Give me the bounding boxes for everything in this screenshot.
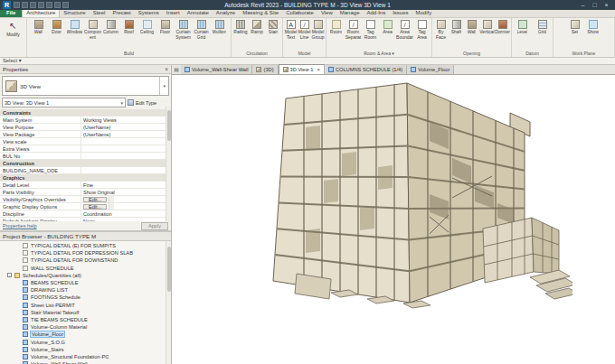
property-row[interactable]: View scale [0, 138, 171, 145]
type-selector[interactable]: 3D View ▾ [2, 76, 169, 96]
ribbon-tab[interactable]: Add-Ins [363, 9, 389, 17]
ribbon-tool[interactable]: Tag Area [413, 19, 430, 40]
tree-expand-icon[interactable]: - [7, 273, 12, 277]
browser-item[interactable]: Stair Material Takeoff [0, 309, 171, 316]
browser-item[interactable]: - Schedules/Quantities (all) [0, 272, 171, 279]
view-tab[interactable]: Volume_Floor × [407, 65, 454, 74]
browser-item[interactable]: Sheet List-PERMIT [0, 302, 171, 309]
ribbon-tool[interactable]: Door [48, 19, 66, 35]
revit-logo-icon[interactable]: R [3, 1, 11, 9]
property-value[interactable] [81, 153, 166, 159]
browser-item[interactable]: WALL SCHEDULE [0, 265, 171, 272]
property-row[interactable]: Visibility/Graphics Overrides Edit... [0, 196, 171, 203]
ribbon-tool[interactable]: By Face [433, 19, 449, 40]
property-value[interactable]: Fine [81, 182, 166, 188]
browser-item[interactable]: TYPICAL DETAIL (E) FOR SUMPITS [0, 242, 171, 249]
property-value[interactable]: Edit... [83, 197, 107, 202]
ribbon-tab[interactable]: Steel [90, 9, 109, 17]
panel-label[interactable] [0, 50, 26, 57]
ribbon-tab[interactable]: Massing & Site [239, 9, 282, 17]
property-value[interactable] [81, 145, 166, 152]
property-row[interactable]: Parts Visibility Show Original [0, 189, 171, 196]
property-row[interactable]: Constraints [0, 109, 171, 117]
ribbon-tool[interactable]: Wall [30, 19, 48, 35]
ribbon-tab[interactable]: View [317, 9, 336, 17]
property-row[interactable]: BUILDING_NAME_ODE [0, 167, 171, 174]
ribbon-tab[interactable]: Insert [163, 9, 184, 17]
property-value[interactable]: Working Views [81, 117, 166, 123]
qat-icon[interactable] [54, 2, 61, 8]
close-icon[interactable]: × [165, 66, 168, 72]
ribbon-tab[interactable]: Manage [336, 9, 364, 17]
ribbon-tab[interactable]: Analyze [213, 9, 239, 17]
panel-label[interactable]: Circulation [232, 50, 282, 57]
qat-icon[interactable] [14, 2, 20, 8]
property-row[interactable]: Detail Level Fine [0, 182, 171, 189]
ribbon-tab[interactable]: Modify [412, 9, 436, 17]
ribbon-tool[interactable]: Floor [156, 19, 175, 35]
close-tab-icon[interactable]: × [315, 67, 320, 72]
ribbon-tool[interactable]: Set [566, 19, 584, 35]
ribbon-tool[interactable]: Column [102, 19, 120, 35]
ribbon-tab[interactable]: Collaborate [282, 9, 317, 17]
ribbon-tab[interactable]: Structure [60, 9, 89, 17]
property-row[interactable]: Construction [0, 160, 171, 167]
browser-item[interactable]: Volume_S.O.G [0, 338, 171, 345]
qat-icon[interactable] [46, 2, 52, 8]
qat-icon[interactable] [22, 2, 28, 8]
ribbon-tool[interactable]: Room [327, 19, 345, 35]
property-row[interactable]: Graphics [0, 174, 171, 182]
ribbon-tab[interactable]: Systems [135, 9, 163, 17]
ribbon-tool[interactable]: Model Group [311, 19, 325, 40]
scrollbar-thumb[interactable] [167, 110, 171, 141]
browser-item[interactable]: Volume_Stairs [0, 346, 171, 353]
property-value[interactable]: (UserName) [81, 124, 166, 130]
apply-button[interactable]: Apply [141, 222, 168, 230]
ribbon-tool[interactable]: Model Text [284, 19, 298, 40]
ribbon-tool[interactable]: Stair [265, 19, 281, 35]
qat-icon[interactable] [38, 2, 44, 8]
ribbon-tool[interactable]: Area [379, 19, 396, 35]
view-tab-list-icon[interactable]: ▤ [172, 65, 181, 74]
window-control-button[interactable]: – [577, 0, 589, 10]
property-row[interactable]: View Package (UserName) [0, 131, 171, 138]
scrollbar-thumb[interactable] [167, 247, 171, 292]
drawing-canvas[interactable] [172, 75, 615, 364]
ribbon-tool[interactable]: Component [84, 19, 102, 40]
browser-item[interactable]: Volume_Wall-Shear Wall [0, 360, 171, 364]
property-row[interactable]: View Purpose (UserName) [0, 124, 171, 131]
file-tab[interactable]: File [0, 9, 22, 17]
associate-param-box[interactable] [109, 203, 114, 210]
ribbon-tab[interactable]: Annotate [184, 9, 213, 17]
ribbon-tool[interactable]: Modify [1, 19, 26, 38]
ribbon-tool[interactable]: Window [66, 19, 84, 35]
ribbon-tool[interactable]: Roof [120, 19, 138, 35]
browser-item[interactable]: Volume-Column Material [0, 323, 171, 331]
property-value[interactable]: (UserName) [81, 131, 166, 137]
panel-label[interactable]: Work Plane [554, 50, 614, 57]
property-value[interactable]: Coordination [81, 210, 166, 217]
qat-icon[interactable] [62, 2, 69, 8]
view-combo[interactable]: 3D View: 3D View 1 [2, 98, 126, 107]
associate-param-box[interactable] [109, 196, 114, 202]
ribbon-tool[interactable]: Level [513, 19, 533, 35]
ribbon-tab[interactable]: Issues [389, 9, 412, 17]
view-tab[interactable]: 3D View 1 × [279, 64, 325, 74]
panel-label[interactable]: Model [283, 50, 326, 57]
browser-item[interactable]: Volume_Floor [0, 331, 171, 338]
property-row[interactable]: Extra Views [0, 145, 171, 153]
window-control-button[interactable]: □ [589, 0, 601, 10]
ribbon-tool[interactable]: Mullion [211, 19, 229, 35]
view-tab[interactable]: Volume_Wall-Shear Wall × [181, 65, 252, 74]
properties-scrollbar[interactable] [166, 107, 171, 221]
property-row[interactable]: Main System Working Views [0, 117, 171, 124]
property-value[interactable] [81, 167, 166, 173]
window-control-button[interactable]: × [601, 0, 612, 10]
panel-label[interactable]: Room & Area ▾ [326, 50, 431, 57]
browser-item[interactable]: FOOTINGS Schedule [0, 294, 171, 301]
browser-item[interactable]: DRAWING LIST [0, 286, 171, 294]
project-browser-header[interactable]: Project Browser - BUILDING TYPE M [0, 232, 171, 241]
property-value[interactable]: Edit... [83, 204, 107, 210]
property-row[interactable]: Graphic Display Options Edit... [0, 203, 171, 210]
property-value[interactable]: Show Original [81, 189, 166, 195]
